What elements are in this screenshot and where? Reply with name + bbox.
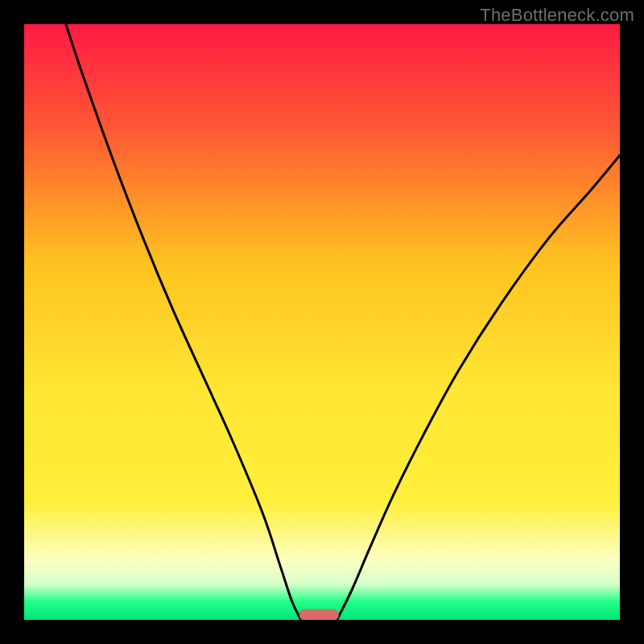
chart-svg [24, 24, 620, 620]
bottleneck-marker [299, 609, 338, 620]
chart-frame: TheBottleneck.com [0, 0, 644, 644]
plot-area [24, 24, 620, 620]
gradient-background [24, 24, 620, 620]
watermark-text: TheBottleneck.com [480, 5, 634, 26]
